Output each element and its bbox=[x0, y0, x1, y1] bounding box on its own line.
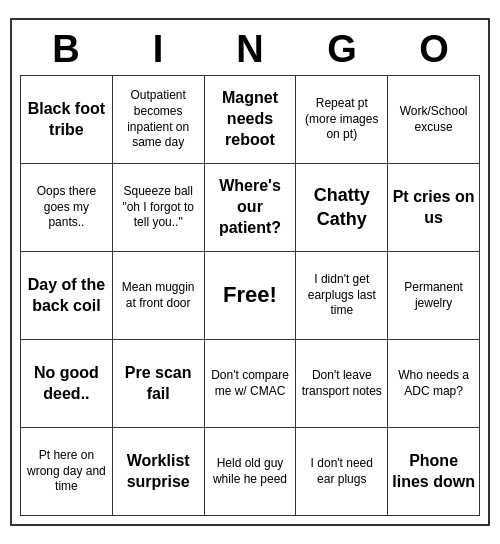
letter-g: G bbox=[298, 28, 386, 71]
bingo-cell-22: Held old guy while he peed bbox=[205, 428, 297, 516]
bingo-cell-0: Black foot tribe bbox=[21, 76, 113, 164]
bingo-cell-15: No good deed.. bbox=[21, 340, 113, 428]
bingo-card: B I N G O Black foot tribeOutpatient bec… bbox=[10, 18, 490, 526]
bingo-cell-2: Magnet needs reboot bbox=[205, 76, 297, 164]
bingo-cell-7: Where's our patient? bbox=[205, 164, 297, 252]
letter-b: B bbox=[22, 28, 110, 71]
bingo-cell-11: Mean muggin at front door bbox=[113, 252, 205, 340]
bingo-cell-6: Squeeze ball "oh I forgot to tell you.." bbox=[113, 164, 205, 252]
bingo-cell-23: I don't need ear plugs bbox=[296, 428, 388, 516]
bingo-cell-20: Pt here on wrong day and time bbox=[21, 428, 113, 516]
bingo-cell-13: I didn't get earplugs last time bbox=[296, 252, 388, 340]
bingo-cell-21: Worklist surprise bbox=[113, 428, 205, 516]
bingo-cell-10: Day of the back coil bbox=[21, 252, 113, 340]
bingo-cell-18: Don't leave transport notes bbox=[296, 340, 388, 428]
bingo-cell-14: Permanent jewelry bbox=[388, 252, 480, 340]
bingo-cell-16: Pre scan fail bbox=[113, 340, 205, 428]
bingo-cell-17: Don't compare me w/ CMAC bbox=[205, 340, 297, 428]
bingo-cell-8: Chatty Cathy bbox=[296, 164, 388, 252]
bingo-cell-19: Who needs a ADC map? bbox=[388, 340, 480, 428]
bingo-cell-3: Repeat pt (more images on pt) bbox=[296, 76, 388, 164]
bingo-cell-9: Pt cries on us bbox=[388, 164, 480, 252]
bingo-cell-24: Phone lines down bbox=[388, 428, 480, 516]
letter-i: I bbox=[114, 28, 202, 71]
bingo-cell-4: Work/School excuse bbox=[388, 76, 480, 164]
bingo-cell-12: Free! bbox=[205, 252, 297, 340]
letter-o: O bbox=[390, 28, 478, 71]
bingo-cell-5: Oops there goes my pants.. bbox=[21, 164, 113, 252]
bingo-grid: Black foot tribeOutpatient becomes inpat… bbox=[20, 75, 480, 516]
bingo-title: B I N G O bbox=[20, 28, 480, 71]
bingo-cell-1: Outpatient becomes inpatient on same day bbox=[113, 76, 205, 164]
letter-n: N bbox=[206, 28, 294, 71]
